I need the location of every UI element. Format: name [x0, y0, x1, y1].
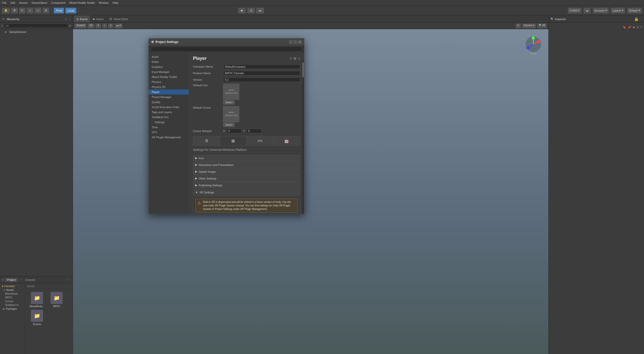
inspector-expand-icon[interactable]: ⊞ — [637, 26, 639, 29]
menu-gameobject[interactable]: GameObject — [32, 1, 47, 4]
settings-physics[interactable]: Physics — [149, 79, 189, 84]
settings-time[interactable]: Time — [149, 125, 189, 130]
settings-search-input[interactable] — [151, 47, 302, 52]
project-menu-btn[interactable]: ⋮ — [69, 278, 71, 281]
tool-all[interactable]: ⊕ — [43, 8, 49, 14]
icon-section-header[interactable]: ▶ Icon — [193, 155, 300, 161]
other-section-header[interactable]: ▶ Other Settings — [193, 175, 300, 182]
scene-tab[interactable]: ⊙ Scene — [74, 16, 90, 22]
menu-component[interactable]: Component — [51, 1, 65, 4]
audio-toggle[interactable]: ♪ — [102, 23, 107, 28]
2d-toggle[interactable]: 2D — [88, 23, 94, 28]
close-scene-btn[interactable]: ✕ — [515, 23, 521, 28]
company-name-input[interactable] — [223, 64, 300, 69]
pivot-toggle[interactable]: Pivot — [54, 8, 64, 14]
tree-packages[interactable]: ▶ Packages — [0, 307, 25, 311]
settings-mrtk[interactable]: Mixed Reality Toolkit — [149, 74, 189, 79]
settings-scrollbar[interactable] — [302, 60, 304, 214]
play-button[interactable]: ▶ — [238, 8, 246, 14]
tree-scenes[interactable]: Scenes — [0, 299, 25, 303]
layers-dropdown[interactable]: Layers ▾ — [611, 8, 625, 14]
inspector-lock-icon[interactable]: 🔒 — [634, 17, 638, 21]
resolution-section-header[interactable]: ▶ Resolution and Presentation — [193, 162, 300, 168]
platform-tab-android[interactable]: 🤖 — [273, 136, 300, 145]
splash-section-header[interactable]: ▶ Splash Image — [193, 168, 300, 175]
asset-item-mrtk[interactable]: 📁 MRTK — [48, 292, 65, 308]
account-dropdown[interactable]: Account ▾ — [593, 8, 609, 14]
tool-scale[interactable]: ⤢ — [27, 8, 33, 14]
vis-btn[interactable]: ☁ ▾ — [114, 23, 123, 28]
step-button[interactable]: ⏭ — [256, 8, 264, 14]
settings-player[interactable]: Player — [149, 90, 189, 95]
pause-button[interactable]: ⏸ — [247, 8, 255, 14]
settings-audio[interactable]: Audio — [149, 54, 189, 59]
hierarchy-add-btn[interactable]: + — [65, 18, 67, 21]
menu-help[interactable]: Help — [113, 1, 118, 4]
menu-window[interactable]: Window — [99, 1, 108, 4]
asset-item-mixedreali[interactable]: 📁 MixedReali... — [28, 292, 46, 308]
hierarchy-item-samplescene[interactable]: ▶ SampleScene — [0, 30, 73, 34]
settings-tags-layers[interactable]: Tags and Layers — [149, 110, 189, 115]
publishing-section-header[interactable]: ▶ Publishing Settings — [193, 182, 300, 188]
product-name-input[interactable] — [223, 71, 300, 75]
menu-edit[interactable]: Edit — [11, 1, 15, 4]
inspector-pin-icon[interactable]: 📌 — [628, 26, 631, 29]
menu-file[interactable]: File — [2, 1, 7, 4]
console-tab[interactable]: Console — [23, 278, 38, 282]
dialog-dots-btn[interactable]: ⋯ — [289, 40, 293, 44]
project-tab[interactable]: Project — [5, 278, 18, 282]
hierarchy-search-clear[interactable]: ⊕ — [69, 24, 71, 27]
default-icon-select-btn[interactable]: Select — [223, 100, 235, 105]
default-cursor-select-btn[interactable]: Select — [223, 123, 235, 127]
hierarchy-search-input[interactable] — [4, 23, 68, 28]
settings-editor[interactable]: Editor — [149, 59, 189, 64]
tool-hand[interactable]: ✋ — [2, 8, 10, 14]
tree-mixedreali[interactable]: MixedReali... — [0, 292, 25, 296]
xr-section-header[interactable]: ▼ XR Settings — [193, 189, 300, 195]
settings-input-manager[interactable]: Input Manager — [149, 69, 189, 74]
platform-tab-uwp[interactable]: ⊞ — [220, 136, 247, 145]
game-tab[interactable]: ▶ Game — [91, 16, 106, 22]
dialog-close-btn[interactable]: ✕ — [298, 40, 302, 44]
hierarchy-menu-btn[interactable]: ⋮ — [68, 18, 71, 21]
scene-gizmo[interactable]: X Y Z Persp — [523, 34, 543, 54]
gizmos-btn[interactable]: Gizmos ▾ — [522, 23, 536, 28]
dialog-minimize-btn[interactable]: − — [294, 40, 297, 44]
cloud-button[interactable]: ☁ — [583, 8, 591, 14]
default-dropdown[interactable]: Default ▾ — [627, 8, 642, 14]
help-icon[interactable]: ? — [290, 57, 292, 61]
search-scene-btn[interactable]: 🔍 All — [537, 23, 547, 28]
settings-vfx[interactable]: VFX — [149, 130, 189, 135]
settings-textmesh[interactable]: TextMesh Pro — [149, 115, 189, 120]
tool-rect[interactable]: ▭ — [34, 8, 42, 14]
cursor-y-input[interactable] — [247, 129, 262, 133]
settings-script-exec[interactable]: Script Execution Order — [149, 105, 189, 110]
cursor-x-input[interactable] — [226, 129, 242, 133]
lighting-toggle[interactable]: ☀ — [95, 23, 101, 28]
asset-store-tab[interactable]: 🛒 Asset Store — [107, 16, 131, 22]
version-input[interactable] — [223, 77, 300, 82]
platform-tab-ios[interactable]: iOS — [247, 136, 273, 145]
favorites-item[interactable]: ★ Favorites — [0, 284, 25, 288]
assets-tree-item[interactable]: ▼ Assets — [0, 288, 25, 292]
settings-preset-manager[interactable]: Preset Manager — [149, 95, 189, 100]
menu-mrtk[interactable]: Mixed Reality Toolkit — [69, 1, 95, 4]
inspector-star-icon[interactable]: ★ — [633, 26, 635, 29]
menu-assets[interactable]: Assets — [19, 1, 28, 4]
inspector-bookmark-icon[interactable]: 🔖 — [623, 26, 626, 29]
tool-move[interactable]: ✥ — [11, 8, 18, 14]
inspector-menu-btn[interactable]: ⋮ — [639, 17, 642, 21]
settings-textmesh-settings[interactable]: Settings — [149, 120, 189, 125]
settings-physics2d[interactable]: Physics 2D — [149, 84, 189, 90]
settings-cog-icon[interactable]: ⚙ — [293, 57, 297, 61]
tree-textmesh[interactable]: TextMesh P... — [0, 303, 25, 307]
shading-dropdown[interactable]: Shaded — [74, 23, 87, 28]
asset-item-scenes[interactable]: 📁 Scenes — [28, 310, 46, 326]
project-add-btn[interactable]: + — [66, 278, 68, 281]
platform-tab-pc[interactable]: 🖥 — [193, 136, 220, 145]
local-toggle[interactable]: Local — [65, 8, 76, 14]
collab-dropdown[interactable]: Collab ▾ — [568, 8, 581, 14]
page-icon[interactable]: ≡ — [298, 57, 300, 61]
settings-quality[interactable]: Quality — [149, 100, 189, 105]
settings-xr-plugin[interactable]: XR Plugin Management — [149, 135, 189, 140]
